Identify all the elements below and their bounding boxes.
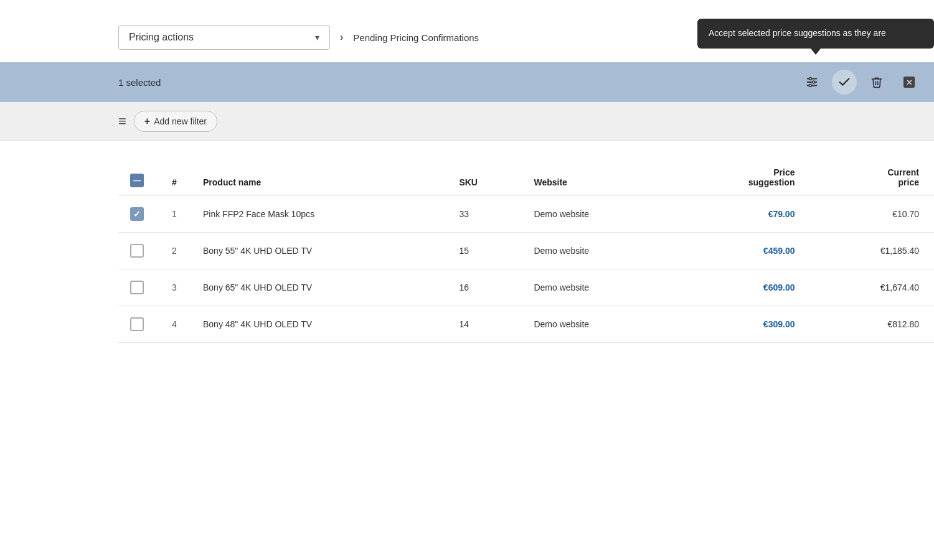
row-product-name-3: Bony 65" 4K UHD OLED TV [193, 269, 449, 306]
table-header-row: # Product name SKU Website Price su [118, 160, 934, 195]
row-checkbox-4[interactable] [130, 317, 144, 331]
col-header-sku: SKU [449, 160, 524, 195]
row-price-suggestion-4: €309.00 [671, 306, 810, 343]
filter-lines-icon[interactable] [118, 113, 126, 129]
row-sku-2: 15 [449, 233, 524, 269]
breadcrumb-chevron-icon: › [340, 32, 343, 43]
row-sku-4: 14 [449, 306, 524, 343]
row-product-name-4: Bony 48" 4K UHD OLED TV [193, 306, 449, 343]
table-body: 1 Pink FFP2 Face Mask 10pcs 33 Demo webs… [118, 195, 934, 343]
row-id-3: 3 [156, 269, 193, 306]
table-row: 3 Bony 65" 4K UHD OLED TV 16 Demo websit… [118, 269, 934, 306]
row-checkbox-cell [118, 269, 156, 306]
table-container: # Product name SKU Website Price su [0, 141, 934, 343]
row-id-4: 4 [156, 306, 193, 343]
row-current-price-1: €10.70 [809, 195, 934, 233]
filter-sliders-button[interactable] [800, 70, 824, 95]
add-filter-plus-icon: + [144, 116, 150, 127]
row-price-suggestion-3: €609.00 [671, 269, 810, 306]
col-header-price-suggestion: Price suggestion [671, 160, 810, 195]
selected-count: 1 selected [118, 77, 161, 88]
table-row: 1 Pink FFP2 Face Mask 10pcs 33 Demo webs… [118, 195, 934, 233]
row-product-name-2: Bony 55" 4K UHD OLED TV [193, 233, 449, 269]
row-checkbox-cell [118, 233, 156, 269]
data-table: # Product name SKU Website Price su [118, 160, 934, 343]
table-row: 2 Bony 55" 4K UHD OLED TV 15 Demo websit… [118, 233, 934, 269]
col-header-checkbox [118, 160, 156, 195]
row-current-price-2: €1,185.40 [809, 233, 934, 269]
dropdown-label: Pricing actions [129, 32, 194, 43]
row-product-name-1: Pink FFP2 Face Mask 10pcs [193, 195, 449, 233]
row-id-1: 1 [156, 195, 193, 233]
add-filter-button[interactable]: + Add new filter [134, 111, 217, 132]
row-checkbox-cell [118, 195, 156, 233]
filter-bar: + Add new filter [0, 102, 934, 141]
top-bar: Pricing actions ▾ › Pending Pricing Conf… [0, 12, 934, 62]
dismiss-button[interactable]: ✕ [897, 70, 922, 95]
accept-selected-button[interactable] [832, 70, 857, 95]
svg-point-3 [809, 78, 811, 80]
pricing-actions-dropdown[interactable]: Pricing actions ▾ [118, 25, 330, 50]
table-row: 4 Bony 48" 4K UHD OLED TV 14 Demo websit… [118, 306, 934, 343]
row-checkbox-2[interactable] [130, 244, 144, 258]
row-id-2: 2 [156, 233, 193, 269]
row-sku-1: 33 [449, 195, 524, 233]
row-sku-3: 16 [449, 269, 524, 306]
delete-selected-button[interactable] [864, 70, 889, 95]
breadcrumb-text: Pending Pricing Confirmations [353, 32, 479, 43]
svg-point-4 [813, 81, 815, 83]
col-header-product-name: Product name [193, 160, 449, 195]
row-current-price-3: €1,674.40 [809, 269, 934, 306]
row-website-2: Demo website [524, 233, 670, 269]
dropdown-arrow-icon: ▾ [315, 32, 319, 42]
row-checkbox-3[interactable] [130, 281, 144, 294]
col-header-current-price: Current price [809, 160, 934, 195]
col-header-website: Website [524, 160, 670, 195]
row-price-suggestion-1: €79.00 [671, 195, 810, 233]
row-website-4: Demo website [524, 306, 670, 343]
action-icons: ✕ [800, 70, 922, 95]
x-icon: ✕ [903, 77, 915, 88]
row-checkbox-1[interactable] [130, 207, 144, 221]
row-price-suggestion-2: €459.00 [671, 233, 810, 269]
row-checkbox-cell [118, 306, 156, 343]
selection-bar: 1 selected [0, 62, 934, 102]
add-filter-label: Add new filter [154, 116, 207, 126]
tooltip-box: Accept selected price suggestions as the… [697, 19, 934, 49]
row-website-3: Demo website [524, 269, 670, 306]
select-all-checkbox[interactable] [130, 174, 144, 187]
tooltip-text: Accept selected price suggestions as the… [709, 28, 886, 38]
row-website-1: Demo website [524, 195, 670, 233]
row-current-price-4: €812.80 [809, 306, 934, 343]
page-wrapper: Pricing actions ▾ › Pending Pricing Conf… [0, 0, 934, 560]
col-header-hash: # [156, 160, 193, 195]
svg-point-5 [809, 85, 811, 87]
